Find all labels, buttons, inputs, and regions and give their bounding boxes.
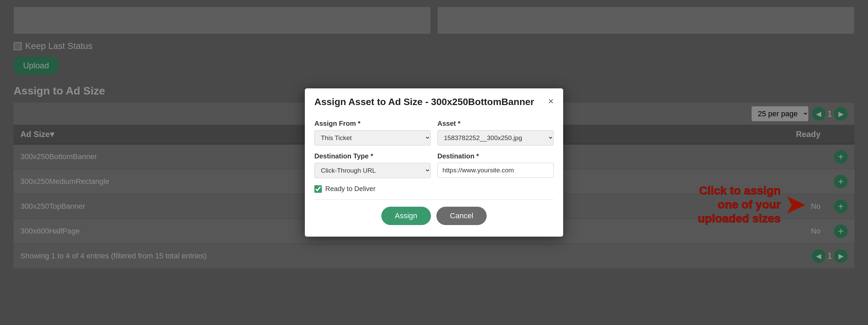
asset-field: Asset * 1583782252__300x250.jpg bbox=[437, 120, 554, 146]
destination-type-label: Destination Type * bbox=[314, 152, 431, 160]
modal-title: Assign Asset to Ad Size - 300x250BottomB… bbox=[314, 97, 534, 107]
modal-row-1: Assign From * This Ticket Library Asset … bbox=[314, 120, 554, 146]
modal-header: Assign Asset to Ad Size - 300x250BottomB… bbox=[305, 88, 563, 113]
destination-input[interactable] bbox=[437, 163, 554, 178]
asset-select[interactable]: 1583782252__300x250.jpg bbox=[437, 130, 554, 146]
ready-to-deliver-checkbox[interactable] bbox=[314, 185, 322, 193]
assign-from-select[interactable]: This Ticket Library bbox=[314, 130, 431, 146]
modal-close-button[interactable]: × bbox=[548, 97, 554, 106]
destination-type-field: Destination Type * Click-Through URL Lan… bbox=[314, 152, 431, 178]
asset-label: Asset * bbox=[437, 120, 554, 127]
assign-from-field: Assign From * This Ticket Library bbox=[314, 120, 431, 146]
destination-field: Destination * bbox=[437, 152, 554, 178]
modal-overlay: Assign Asset to Ad Size - 300x250BottomB… bbox=[0, 0, 868, 325]
modal-footer: Assign Cancel bbox=[314, 207, 554, 228]
modal-row-2: Destination Type * Click-Through URL Lan… bbox=[314, 152, 554, 178]
cancel-button[interactable]: Cancel bbox=[436, 207, 487, 225]
destination-type-select[interactable]: Click-Through URL Landing Page None bbox=[314, 163, 431, 178]
ready-to-deliver-row: Ready to Deliver bbox=[314, 185, 554, 193]
modal-divider bbox=[314, 200, 554, 200]
assign-asset-modal: Assign Asset to Ad Size - 300x250BottomB… bbox=[305, 88, 563, 237]
assign-from-label: Assign From * bbox=[314, 120, 431, 127]
destination-label: Destination * bbox=[437, 152, 554, 160]
assign-button[interactable]: Assign bbox=[381, 207, 431, 225]
modal-body: Assign From * This Ticket Library Asset … bbox=[305, 113, 563, 237]
ready-to-deliver-label: Ready to Deliver bbox=[325, 185, 376, 193]
